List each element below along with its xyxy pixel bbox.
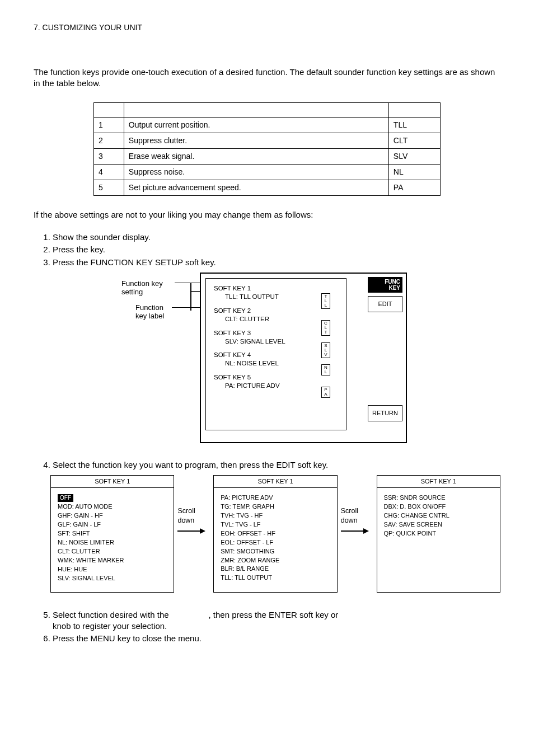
list-item: TVL: TVG - LF: [221, 521, 260, 528]
step-item: Show the sounder display.: [53, 232, 500, 243]
arrow-right-icon: [177, 528, 210, 534]
list-item: SMT: SMOOTHING: [221, 548, 274, 555]
list-item: SSR: SNDR SOURCE: [384, 494, 446, 501]
list-item: GLF: GAIN - LF: [58, 521, 101, 528]
list-item: TVH: TVG - HF: [221, 512, 263, 519]
panel-title: SOFT KEY 1: [51, 476, 174, 488]
scroll-label-1: Scrolldown: [177, 475, 210, 534]
panel-2: SOFT KEY 1 PA: PICTURE ADV TG: TEMP. GRA…: [213, 475, 337, 593]
steps-list-final: Select function desired with the , then …: [34, 609, 500, 645]
list-item: GHF: GAIN - HF: [58, 512, 103, 519]
panel-3: SOFT KEY 1 SSR: SNDR SOURCE DBX: D. BOX …: [377, 475, 500, 593]
list-item: EOL: OFFSET - LF: [221, 539, 273, 546]
list-item: CHG: CHANGE CNTRL: [384, 512, 449, 519]
softkey5-label: SOFT KEY 5: [214, 373, 340, 382]
arrow-right-icon: [341, 528, 373, 534]
list-item: HUE: HUE: [58, 566, 87, 572]
label-function-key-label: Function key label: [135, 303, 164, 321]
table-row: 5Set picture advancement speed.PA: [94, 180, 441, 195]
table-row: 3Erase weak signal.SLV: [94, 149, 441, 165]
list-item: ZMR: ZOOM RANGE: [221, 557, 279, 564]
screen-outer: SOFT KEY 1 TLL: TLL OUTPUT TLL SOFT KEY …: [200, 273, 407, 443]
list-item: NL: NOISE LIMITER: [58, 539, 114, 546]
table-row: 1Output current position.TLL: [94, 118, 441, 133]
off-item: OFF: [58, 494, 73, 503]
sidebar-header: FUNCKEY: [368, 277, 402, 293]
steps-list-continued: Select the function key you want to prog…: [34, 459, 500, 471]
softkey4-label: SOFT KEY 4: [214, 351, 340, 359]
list-item: BLR: B/L RANGE: [221, 565, 269, 572]
steps-list: Show the sounder display. Press the key.…: [34, 232, 500, 268]
step-item: Select the function key you want to prog…: [53, 459, 500, 471]
step-item: Select function desired with the , then …: [53, 609, 500, 632]
list-item: SAV: SAVE SCREEN: [384, 521, 442, 528]
list-item: CLT: CLUTTER: [58, 548, 100, 555]
svg-marker-5: [363, 528, 369, 534]
softkey1-label: SOFT KEY 1: [214, 284, 340, 293]
scroll-panels-diagram: SOFT KEY 1 OFF MOD: AUTO MODE GHF: GAIN …: [50, 475, 500, 593]
list-item: EOH: OFFSET - HF: [221, 530, 275, 537]
list-item: MOD: AUTO MODE: [58, 503, 113, 510]
between-paragraph: If the above settings are not to your li…: [34, 209, 500, 220]
default-functions-table: 1Output current position.TLL 2Suppress c…: [93, 102, 441, 195]
table-row: 2Suppress clutter.CLT: [94, 133, 441, 149]
svg-marker-3: [200, 528, 205, 534]
return-softkey: RETURN: [368, 405, 402, 421]
step-item: Press the FUNCTION KEY SETUP soft key.: [53, 257, 500, 268]
list-item: WMK: WHITE MARKER: [58, 557, 124, 564]
panel-title: SOFT KEY 1: [214, 476, 336, 488]
function-key-diagram: Function key setting Function key label …: [127, 273, 407, 446]
table-row: 4Suppress noise.NL: [94, 165, 441, 180]
screen-sidebar: FUNCKEY EDIT RETURN: [368, 277, 402, 439]
list-item: PA: PICTURE ADV: [221, 494, 273, 501]
list-item: QP: QUICK POINT: [384, 530, 437, 537]
panel-1: SOFT KEY 1 OFF MOD: AUTO MODE GHF: GAIN …: [50, 475, 174, 593]
panel-title: SOFT KEY 1: [377, 476, 500, 488]
scroll-label-2: Scrolldown: [341, 475, 373, 534]
softkey3-label: SOFT KEY 3: [214, 329, 340, 337]
page-header: 7. CUSTOMIZING YOUR UNIT: [34, 22, 500, 33]
list-item: TLL: TLL OUTPUT: [221, 574, 272, 581]
mini-pa: PA: [321, 387, 330, 398]
edit-softkey: EDIT: [368, 296, 402, 312]
screen-inner: SOFT KEY 1 TLL: TLL OUTPUT TLL SOFT KEY …: [205, 278, 346, 430]
list-item: DBX: D. BOX ON/OFF: [384, 503, 446, 510]
list-item: TG: TEMP. GRAPH: [221, 503, 274, 510]
list-item: SLV: SIGNAL LEVEL: [58, 575, 115, 581]
step-item: Press the MENU key to close the menu.: [53, 633, 500, 644]
intro-paragraph: The function keys provide one-touch exec…: [34, 67, 500, 90]
step-item: Press the key.: [53, 244, 500, 255]
softkey2-label: SOFT KEY 2: [214, 307, 340, 315]
list-item: SFT: SHIFT: [58, 530, 90, 537]
label-function-key-setting: Function key setting: [121, 279, 163, 297]
